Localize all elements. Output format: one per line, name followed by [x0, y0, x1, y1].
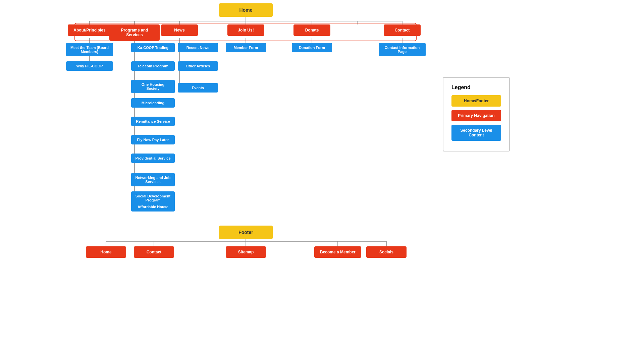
footer-child-home[interactable]: Home	[86, 246, 126, 258]
sec-prog-7[interactable]: Networking and Job Services	[131, 173, 175, 186]
nav-join[interactable]: Join Us!	[227, 24, 264, 36]
sec-join-0[interactable]: Member Form	[226, 43, 266, 52]
sec-prog-5[interactable]: Fly Now Pay Later	[131, 135, 175, 144]
sec-prog-6[interactable]: Providential Service	[131, 154, 175, 163]
sec-prog-2[interactable]: One Housing Society	[131, 80, 175, 93]
legend-primary-nav: Primary Navigation	[451, 110, 501, 121]
sec-about-0[interactable]: Meet the Team (Board Members)	[66, 43, 113, 56]
sitemap-container: Home About/Principles Programs and Servi…	[0, 0, 644, 20]
footer-child-socials[interactable]: Socials	[366, 246, 407, 258]
sec-prog-4[interactable]: Remittance Service	[131, 117, 175, 126]
legend-secondary: Secondary Level Content	[451, 125, 501, 141]
nav-programs[interactable]: Programs and Services	[109, 24, 160, 41]
home-node[interactable]: Home	[219, 3, 273, 17]
sec-prog-3[interactable]: Microlending	[131, 98, 175, 108]
nav-contact[interactable]: Contact	[384, 24, 421, 36]
sec-news-1[interactable]: Other Articles	[178, 61, 218, 71]
nav-donate[interactable]: Donate	[293, 24, 330, 36]
legend-title: Legend	[451, 84, 501, 90]
sec-donate-0[interactable]: Donation Form	[292, 43, 332, 52]
sec-news-0[interactable]: Recent News	[178, 43, 218, 52]
footer-child-member[interactable]: Become a Member	[314, 246, 361, 258]
sec-about-1[interactable]: Why FIL-COOP	[66, 61, 113, 71]
nav-about[interactable]: About/Principles	[68, 24, 111, 36]
sec-prog-0[interactable]: Ka-COOP Trading	[131, 43, 175, 52]
sec-prog-9[interactable]: Affordable House	[131, 202, 175, 212]
legend-box: Legend Home/Footer Primary Navigation Se…	[443, 77, 510, 152]
nav-news[interactable]: News	[161, 24, 198, 36]
footer-child-sitemap[interactable]: Sitemap	[226, 246, 266, 258]
legend-home-footer: Home/Footer	[451, 95, 501, 107]
sec-prog-1[interactable]: Telecom Program	[131, 61, 175, 71]
footer-node[interactable]: Footer	[219, 226, 273, 239]
connector-lines	[0, 0, 644, 20]
sec-contact-0[interactable]: Contact Information Page	[379, 43, 426, 56]
sec-news-2[interactable]: Events	[178, 83, 218, 93]
footer-child-contact[interactable]: Contact	[134, 246, 174, 258]
